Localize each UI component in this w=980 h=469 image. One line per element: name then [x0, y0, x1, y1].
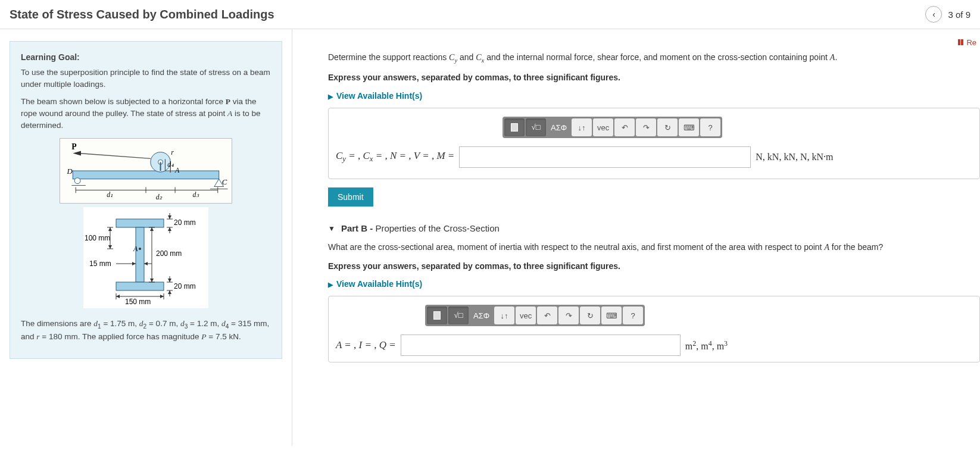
- dimensions-text: The dimensions are d1 = 1.75 m, d2 = 0.7…: [21, 318, 271, 343]
- template-button[interactable]: [427, 307, 447, 324]
- learning-goal-heading: Learning Goal:: [21, 51, 271, 63]
- part-a-submit-button[interactable]: Submit: [328, 187, 373, 207]
- svg-text:A: A: [174, 167, 180, 174]
- svg-text:D: D: [66, 167, 73, 176]
- greek-button[interactable]: ΑΣΦ: [547, 118, 570, 136]
- resources-link[interactable]: Re: [957, 38, 976, 47]
- fraction-button[interactable]: √□: [448, 307, 469, 324]
- part-b-instruction: Express your answers, separated by comma…: [328, 261, 980, 273]
- svg-text:20 mm: 20 mm: [174, 282, 196, 290]
- svg-marker-44: [108, 227, 112, 231]
- vector-button[interactable]: vec: [593, 118, 613, 136]
- part-a-units: N, kN, kN, N, kN·m: [756, 152, 833, 162]
- vector-button[interactable]: vec: [516, 307, 536, 324]
- svg-rect-29: [116, 219, 164, 227]
- undo-button[interactable]: ↶: [537, 307, 557, 324]
- reset-button[interactable]: ↻: [580, 307, 600, 324]
- part-a-answer-box: √□ ΑΣΦ ↓↑ vec ↶ ↷ ↻ ⌨ ? Cy = , Cx = , N …: [328, 108, 980, 179]
- svg-text:d₃: d₃: [193, 191, 199, 199]
- redo-button[interactable]: ↷: [558, 307, 579, 324]
- beam-diagram: D C P r: [60, 138, 232, 204]
- svg-marker-69: [116, 295, 120, 298]
- part-a-answer-label: Cy = , Cx = , N = , V = , M =: [336, 150, 454, 164]
- svg-text:d₂: d₂: [156, 193, 163, 201]
- svg-marker-50: [150, 227, 154, 231]
- part-a-answer-input[interactable]: [459, 146, 751, 168]
- cross-section-diagram: A 20 mm 100 mm: [83, 207, 208, 308]
- collapse-icon: ▼: [328, 224, 335, 233]
- learning-goal-box: Learning Goal: To use the superposition …: [10, 41, 282, 359]
- svg-marker-62: [168, 279, 171, 282]
- fraction-button[interactable]: √□: [526, 118, 546, 136]
- subscript-button[interactable]: ↓↑: [572, 118, 592, 136]
- svg-text:150 mm: 150 mm: [125, 298, 151, 306]
- greek-button[interactable]: ΑΣΦ: [470, 307, 493, 324]
- svg-rect-30: [136, 227, 144, 282]
- equation-toolbar-b: √□ ΑΣΦ ↓↑ vec ↶ ↷ ↻ ⌨ ?: [425, 305, 645, 326]
- svg-text:15 mm: 15 mm: [89, 259, 111, 268]
- part-a-hints-link[interactable]: View Available Hint(s): [328, 91, 422, 101]
- learning-goal-para1: To use the superposition principle to fi…: [21, 67, 271, 90]
- svg-text:C: C: [222, 178, 227, 186]
- prev-button[interactable]: ‹: [925, 6, 942, 23]
- part-b-hints-link[interactable]: View Available Hint(s): [328, 279, 422, 289]
- template-button[interactable]: [504, 118, 525, 136]
- svg-text:d₁: d₁: [107, 191, 113, 199]
- part-b-header[interactable]: ▼ Part B - Properties of the Cross-Secti…: [328, 223, 980, 233]
- part-a-prompt: Determine the support reactions Cy and C…: [328, 52, 980, 65]
- svg-marker-37: [168, 215, 171, 219]
- svg-marker-70: [160, 295, 164, 298]
- svg-text:A: A: [133, 245, 138, 253]
- help-button[interactable]: ?: [623, 307, 643, 324]
- learning-goal-para2: The beam shown below is subjected to a h…: [21, 96, 271, 131]
- svg-marker-45: [108, 245, 112, 249]
- part-b-prompt: What are the cross-sectional area, momen…: [328, 242, 980, 254]
- svg-point-32: [139, 248, 141, 250]
- keyboard-button[interactable]: ⌨: [601, 307, 622, 324]
- svg-marker-54: [132, 262, 136, 265]
- part-a-instruction: Express your answers, separated by comma…: [328, 72, 980, 84]
- problem-figure: D C P r: [21, 138, 271, 308]
- svg-text:20 mm: 20 mm: [174, 218, 196, 227]
- svg-marker-64: [168, 290, 171, 294]
- page-title: State of Stress Caused by Combined Loadi…: [10, 8, 274, 21]
- svg-rect-1: [73, 171, 219, 179]
- svg-text:P: P: [71, 142, 76, 151]
- svg-point-2: [74, 178, 80, 184]
- part-b-answer-label: A = , I = , Q =: [336, 339, 396, 351]
- keyboard-button[interactable]: ⌨: [679, 118, 699, 136]
- bookmark-icon: [957, 38, 964, 44]
- page-indicator: 3 of 9: [948, 10, 970, 20]
- redo-button[interactable]: ↷: [636, 118, 656, 136]
- part-b-answer-input[interactable]: [401, 334, 681, 356]
- part-b-answer-box: √□ ΑΣΦ ↓↑ vec ↶ ↷ ↻ ⌨ ? A = , I = , Q = …: [328, 296, 980, 362]
- svg-rect-31: [116, 282, 164, 290]
- undo-button[interactable]: ↶: [614, 118, 635, 136]
- svg-marker-39: [168, 227, 171, 231]
- svg-marker-51: [150, 279, 154, 282]
- svg-text:r: r: [171, 149, 174, 157]
- svg-text:100 mm: 100 mm: [85, 234, 110, 242]
- equation-toolbar-a: √□ ΑΣΦ ↓↑ vec ↶ ↷ ↻ ⌨ ?: [503, 117, 722, 138]
- help-button[interactable]: ?: [700, 118, 720, 136]
- part-b-units: m2, m4, m3: [685, 339, 728, 352]
- svg-text:200 mm: 200 mm: [156, 249, 182, 258]
- svg-marker-56: [144, 262, 148, 265]
- reset-button[interactable]: ↻: [657, 118, 678, 136]
- svg-text:d₄: d₄: [167, 161, 174, 168]
- subscript-button[interactable]: ↓↑: [494, 307, 514, 324]
